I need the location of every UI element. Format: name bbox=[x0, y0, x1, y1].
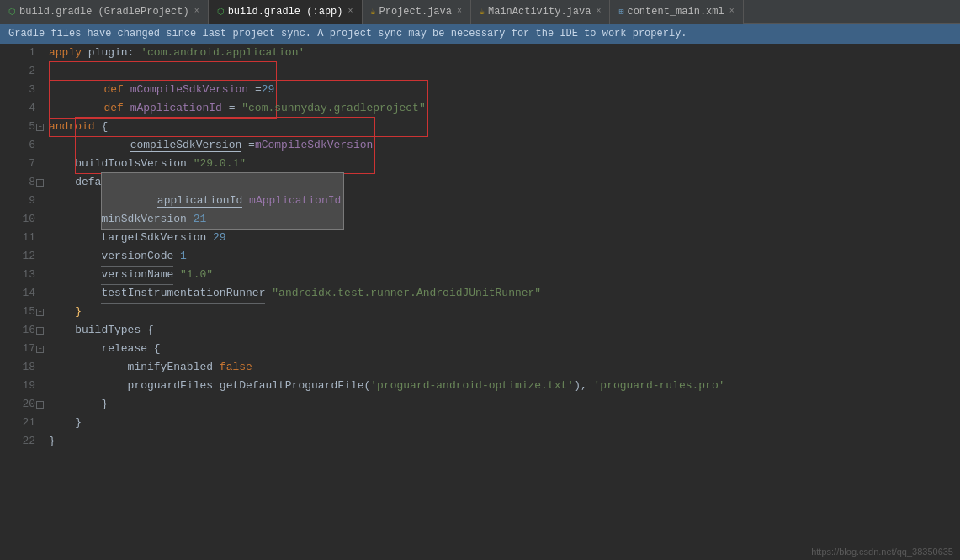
line-numbers-gutter: 1 2 3 4 5 − 6 7 8 − bbox=[0, 44, 42, 560]
code-line-16: buildTypes { bbox=[49, 321, 960, 340]
line-num-8: 8 − bbox=[0, 173, 42, 192]
code-line-18: minifyEnabled false bbox=[49, 358, 960, 377]
tab-build-gradle-app[interactable]: ⬡ build.gradle (:app) × bbox=[209, 0, 363, 24]
line-num-14: 14 bbox=[0, 284, 42, 303]
line-num-21: 21 bbox=[0, 414, 42, 432]
code-line-4: def mApplicationId = "com.sunnyday.gradl… bbox=[49, 99, 960, 118]
tab-content-main-xml[interactable]: ⊞ content_main.xml × bbox=[610, 0, 743, 24]
line-num-13: 13 bbox=[0, 266, 42, 284]
line-num-15: 15 + bbox=[0, 303, 42, 321]
code-editor[interactable]: apply plugin: 'com.android.application' … bbox=[42, 44, 960, 560]
line-num-18: 18 bbox=[0, 358, 42, 377]
code-line-6: compileSdkVersion =mCompileSdkVersion bbox=[49, 136, 960, 155]
code-line-17: release { bbox=[49, 340, 960, 358]
tab-close-icon[interactable]: × bbox=[596, 7, 601, 16]
sync-banner: Gradle files have changed since last pro… bbox=[0, 24, 960, 44]
tab-project-java[interactable]: ☕ Project.java × bbox=[363, 0, 471, 24]
line-num-4: 4 bbox=[0, 99, 42, 118]
tab-close-icon[interactable]: × bbox=[347, 7, 353, 16]
gradle-icon: ⬡ bbox=[8, 7, 16, 17]
tab-mainactivity[interactable]: ☕ MainActivity.java × bbox=[471, 0, 610, 24]
line-num-6: 6 bbox=[0, 136, 42, 155]
tab-label: content_main.xml bbox=[627, 6, 724, 18]
code-line-10: minSdkVersion 21 bbox=[49, 210, 960, 229]
tab-build-gradle-project[interactable]: ⬡ build.gradle (GradleProject) × bbox=[0, 0, 209, 24]
code-line-7: buildToolsVersion "29.0.1" bbox=[49, 155, 960, 173]
code-line-9: applicationId mApplicationId bbox=[49, 192, 960, 210]
line-num-16: 16 − bbox=[0, 321, 42, 340]
line-num-17: 17 − bbox=[0, 340, 42, 358]
code-line-1: apply plugin: 'com.android.application' bbox=[49, 44, 960, 62]
line-num-20: 20 + bbox=[0, 395, 42, 414]
line-num-10: 10 bbox=[0, 210, 42, 229]
tab-close-icon[interactable]: × bbox=[194, 7, 199, 16]
tab-close-icon[interactable]: × bbox=[457, 7, 462, 16]
code-line-12: versionCode 1 bbox=[49, 247, 960, 266]
line-num-22: 22 bbox=[0, 432, 42, 451]
tab-bar: ⬡ build.gradle (GradleProject) × ⬡ build… bbox=[0, 0, 960, 24]
tab-label: build.gradle (:app) bbox=[228, 6, 343, 18]
watermark: https://blog.csdn.net/qq_38350635 bbox=[811, 547, 953, 557]
code-line-15: } bbox=[49, 303, 960, 321]
code-line-14: testInstrumentationRunner "androidx.test… bbox=[49, 284, 960, 303]
java-icon: ☕ bbox=[480, 7, 485, 17]
tab-label: build.gradle (GradleProject) bbox=[19, 6, 189, 18]
line-num-5: 5 − bbox=[0, 118, 42, 136]
java-icon: ☕ bbox=[371, 7, 376, 17]
code-line-21: } bbox=[49, 414, 960, 432]
editor-area: 1 2 3 4 5 − 6 7 8 − bbox=[0, 44, 960, 560]
line-num-11: 11 bbox=[0, 229, 42, 247]
tab-label: MainActivity.java bbox=[488, 6, 591, 18]
xml-icon: ⊞ bbox=[618, 7, 623, 17]
line-num-3: 3 bbox=[0, 81, 42, 99]
code-line-20: } bbox=[49, 395, 960, 414]
code-line-11: targetSdkVersion 29 bbox=[49, 229, 960, 247]
line-num-12: 12 bbox=[0, 247, 42, 266]
line-num-1: 1 bbox=[0, 44, 42, 62]
tab-close-icon[interactable]: × bbox=[729, 7, 735, 16]
code-line-19: proguardFiles getDefaultProguardFile('pr… bbox=[49, 377, 960, 395]
line-num-7: 7 bbox=[0, 155, 42, 173]
gradle-icon: ⬡ bbox=[217, 7, 225, 17]
line-num-19: 19 bbox=[0, 377, 42, 395]
code-line-13: versionName "1.0" bbox=[49, 266, 960, 284]
line-num-9: 9 bbox=[0, 192, 42, 210]
tab-label: Project.java bbox=[379, 6, 452, 18]
code-line-22: } bbox=[49, 432, 960, 451]
line-num-2: 2 bbox=[0, 62, 42, 81]
